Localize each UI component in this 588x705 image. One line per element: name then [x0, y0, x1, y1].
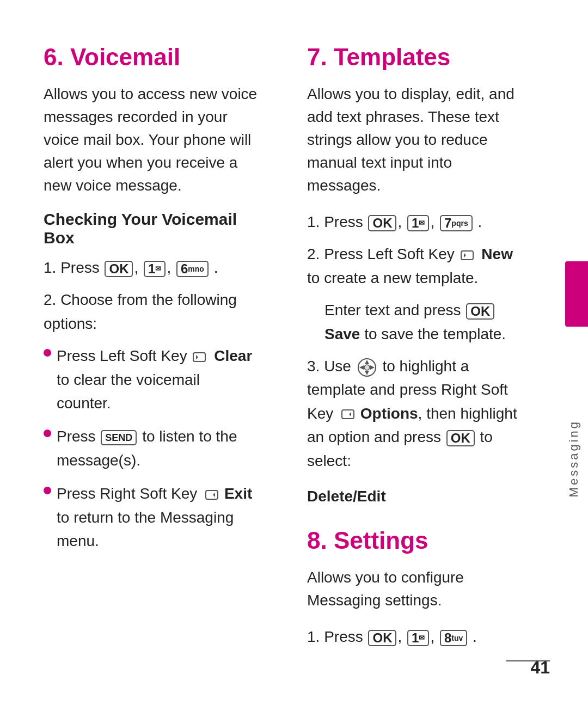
sidebar-label: Messaging [567, 420, 581, 497]
sidebar: Messaging [560, 0, 588, 705]
section-templates-title: 7. Templates [307, 44, 527, 71]
settings-intro: Allows you to configure Messaging settin… [307, 566, 527, 612]
sidebar-bar [565, 261, 588, 327]
nav-key-icon [357, 358, 377, 377]
templates-step2b: Enter text and press OK Save to save the… [324, 298, 527, 346]
svg-rect-2 [461, 251, 473, 260]
col-left: 6. Voicemail Allows you to access new vo… [44, 44, 269, 657]
page-number: 41 [530, 658, 550, 678]
main-content: 6. Voicemail Allows you to access new vo… [0, 0, 560, 705]
bullet-dot [44, 349, 51, 357]
voicemail-subsection-title: Checking Your Voicemail Box [44, 210, 258, 247]
svg-rect-9 [342, 410, 354, 419]
send-key: SEND [101, 430, 137, 445]
left-soft-key-icon [193, 351, 208, 363]
key-6: 6mno [176, 261, 209, 277]
voicemail-step1: 1. Press OK, 1✉, 6mno . [44, 256, 258, 279]
section-settings-title: 8. Settings [307, 527, 527, 554]
templates-step1: 1. Press OK, 1✉, 7pqrs . [307, 210, 527, 234]
page: 6. Voicemail Allows you to access new vo… [0, 0, 588, 705]
svg-point-8 [364, 365, 370, 370]
left-soft-key-icon-2 [461, 249, 476, 261]
col-right: 7. Templates Allows you to display, edit… [302, 44, 527, 657]
key-1-t: 1✉ [407, 215, 429, 231]
templates-step2: 2. Press Left Soft Key New to create a n… [307, 242, 527, 290]
voicemail-step2: 2. Choose from the following options: [44, 288, 258, 335]
svg-rect-1 [206, 491, 218, 499]
ok-key-s: OK [368, 630, 396, 646]
key-1-s: 1✉ [407, 630, 429, 646]
ok-key-t2: OK [466, 303, 494, 320]
ok-key-t3: OK [446, 430, 475, 446]
delete-edit-label: Delete/Edit [307, 488, 527, 505]
voicemail-bullets: Press Left Soft Key Clear to clear the v… [44, 344, 258, 553]
bullet-exit: Press Right Soft Key Exit to return to t… [44, 482, 258, 553]
bullet-clear: Press Left Soft Key Clear to clear the v… [44, 344, 258, 415]
voicemail-intro: Allows you to access new voice messages … [44, 83, 258, 197]
svg-marker-4 [365, 360, 369, 364]
svg-marker-7 [370, 365, 375, 370]
key-8: 8tuv [440, 630, 467, 646]
svg-marker-5 [365, 371, 369, 375]
key-7: 7pqrs [440, 215, 473, 231]
bullet-dot-3 [44, 487, 51, 494]
templates-step3: 3. Use to highlight a template and press… [307, 354, 527, 473]
key-1: 1✉ [144, 261, 166, 277]
bullet-dot-2 [44, 430, 51, 437]
svg-rect-0 [193, 353, 205, 361]
settings-step1: 1. Press OK, 1✉, 8tuv . [307, 625, 527, 648]
templates-intro: Allows you to display, edit, and add tex… [307, 83, 527, 197]
ok-key-t: OK [368, 215, 396, 231]
svg-marker-6 [359, 365, 364, 370]
bullet-send: Press SEND to listen to the message(s). [44, 425, 258, 472]
section-voicemail-title: 6. Voicemail [44, 44, 258, 71]
right-soft-key-icon-2 [339, 408, 354, 420]
right-soft-key-icon [203, 489, 218, 501]
ok-key: OK [105, 261, 133, 277]
